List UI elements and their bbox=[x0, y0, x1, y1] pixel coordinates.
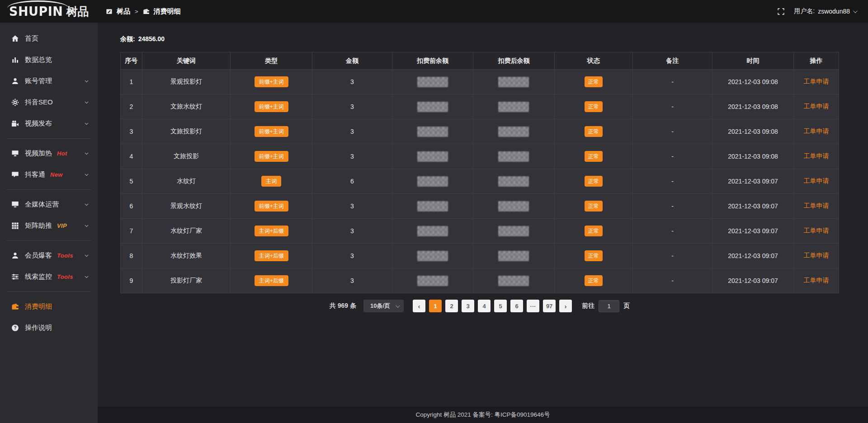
goto-label: 前往 bbox=[582, 302, 594, 310]
redacted-balance-before bbox=[417, 251, 448, 261]
sidebar-item-douyin-seo[interactable]: 抖音SEO bbox=[0, 92, 98, 113]
balance-label: 余额: bbox=[120, 35, 135, 42]
sidebar-item-matrix-boost[interactable]: 矩阵助推VIP bbox=[0, 215, 98, 236]
cell-note: - bbox=[632, 144, 712, 169]
work-order-link[interactable]: 工单申请 bbox=[803, 252, 829, 259]
cell-keyword: 文旅投影 bbox=[142, 144, 230, 169]
sidebar-item-consumption-detail[interactable]: 消费明细 bbox=[0, 296, 98, 317]
page-button-1[interactable]: 1 bbox=[429, 300, 442, 312]
sliders-icon bbox=[11, 273, 19, 281]
work-order-link[interactable]: 工单申请 bbox=[803, 152, 829, 160]
cell-time: 2021-12-03 09:08 bbox=[712, 70, 794, 94]
work-order-link[interactable]: 工单申请 bbox=[803, 277, 829, 284]
chat-icon bbox=[11, 171, 19, 179]
sidebar-item-clue-monitor[interactable]: 线索监控Tools bbox=[0, 266, 98, 287]
chevron-down-icon bbox=[84, 99, 90, 105]
redacted-balance-after bbox=[498, 226, 529, 236]
work-order-link[interactable]: 工单申请 bbox=[803, 127, 829, 135]
page-ellipsis-button[interactable]: ··· bbox=[527, 300, 539, 312]
goto-page-input[interactable] bbox=[599, 300, 619, 312]
cell-keyword: 投影灯厂家 bbox=[142, 268, 230, 293]
type-badge: 主词+后缀 bbox=[255, 275, 288, 286]
logo-text-en: SHUPIN bbox=[9, 4, 63, 19]
cell-index: 9 bbox=[121, 268, 142, 293]
work-order-link[interactable]: 工单申请 bbox=[803, 202, 829, 209]
page-size-select[interactable]: 10条/页 bbox=[363, 300, 404, 312]
redacted-balance-after bbox=[498, 127, 529, 137]
cell-time: 2021-12-03 09:08 bbox=[712, 119, 794, 144]
sidebar-item-operation-guide[interactable]: ?操作说明 bbox=[0, 317, 98, 338]
type-badge: 主词+后缀 bbox=[255, 250, 288, 261]
type-badge: 前缀+主词 bbox=[255, 76, 288, 87]
column-header: 类型 bbox=[231, 52, 312, 70]
monitor-icon bbox=[11, 201, 19, 208]
sidebar-item-label: 矩阵助推 bbox=[25, 221, 52, 230]
cell-amount: 3 bbox=[312, 94, 392, 119]
chevron-down-icon bbox=[853, 9, 858, 13]
cell-amount: 3 bbox=[312, 194, 392, 219]
svg-text:?: ? bbox=[14, 325, 16, 330]
pagination-total: 共 969 条 bbox=[330, 302, 356, 310]
chevron-down-icon bbox=[84, 172, 90, 178]
cell-keyword: 景观投影灯 bbox=[142, 70, 230, 94]
cell-note: - bbox=[632, 268, 712, 293]
cell-note: - bbox=[632, 244, 712, 268]
cell-amount: 3 bbox=[312, 144, 392, 169]
page-button-4[interactable]: 4 bbox=[478, 300, 491, 312]
type-badge: 主词+后缀 bbox=[255, 226, 288, 236]
fullscreen-icon[interactable] bbox=[777, 8, 785, 15]
sidebar-item-home[interactable]: 首页 bbox=[0, 28, 98, 49]
column-header: 操作 bbox=[793, 52, 839, 70]
cell-keyword: 景观水纹灯 bbox=[142, 194, 230, 219]
type-badge: 前缀+主词 bbox=[255, 201, 288, 212]
page-button-5[interactable]: 5 bbox=[494, 300, 507, 312]
work-order-link[interactable]: 工单申请 bbox=[803, 227, 829, 234]
page-button-97[interactable]: 97 bbox=[543, 300, 556, 312]
redacted-balance-after bbox=[498, 102, 529, 112]
chevron-down-icon bbox=[84, 150, 90, 156]
column-header: 备注 bbox=[632, 52, 712, 70]
sidebar-item-douketong[interactable]: 抖客通New bbox=[0, 164, 98, 185]
sidebar-item-video-heat[interactable]: 视频加热Hot bbox=[0, 143, 98, 164]
sidebar-item-data-overview[interactable]: 数据总览 bbox=[0, 49, 98, 70]
breadcrumb-item-home[interactable]: 树品 bbox=[117, 7, 130, 16]
cell-index: 1 bbox=[121, 70, 142, 94]
username-label: 用户名: bbox=[794, 7, 815, 15]
page-button-6[interactable]: 6 bbox=[510, 300, 523, 312]
work-order-link[interactable]: 工单申请 bbox=[803, 177, 829, 184]
footer: Copyright 树品 2021 备案号: 粤ICP备09019646号 bbox=[98, 407, 868, 423]
sidebar-item-video-publish[interactable]: 视频发布 bbox=[0, 113, 98, 134]
redacted-balance-before bbox=[417, 176, 448, 187]
sidebar-item-member-baoke[interactable]: 会员爆客Tools bbox=[0, 245, 98, 266]
redacted-balance-before bbox=[417, 102, 448, 112]
user-icon bbox=[11, 252, 19, 259]
breadcrumb-item-current: 消费明细 bbox=[154, 7, 181, 16]
sidebar-item-label: 抖客通 bbox=[25, 170, 45, 179]
prev-page-button[interactable]: ‹ bbox=[413, 300, 425, 312]
breadcrumb-separator: > bbox=[134, 8, 139, 15]
redacted-balance-after bbox=[498, 176, 529, 187]
sidebar-item-account-management[interactable]: 账号管理 bbox=[0, 70, 98, 92]
table-row: 8水纹灯效果主词+后缀3正常-2021-12-03 09:07工单申请 bbox=[121, 244, 839, 268]
sidebar-item-label: 操作说明 bbox=[25, 324, 52, 332]
topbar: SHUPIN 树品 树品 > 消费明细 用户名: zswodun88 bbox=[0, 0, 868, 23]
status-badge: 正常 bbox=[585, 250, 603, 261]
bar-chart-icon bbox=[11, 56, 19, 64]
page-button-2[interactable]: 2 bbox=[445, 300, 458, 312]
sidebar-item-all-media-operation[interactable]: 全媒体运营 bbox=[0, 194, 98, 215]
cell-time: 2021-12-03 09:08 bbox=[712, 144, 794, 169]
sidebar-item-tag: Hot bbox=[57, 150, 67, 157]
type-badge: 前缀+主词 bbox=[255, 151, 288, 162]
page-button-3[interactable]: 3 bbox=[462, 300, 474, 312]
work-order-link[interactable]: 工单申请 bbox=[803, 78, 829, 85]
column-header: 序号 bbox=[121, 52, 142, 70]
cell-keyword: 文旅投影灯 bbox=[142, 119, 230, 144]
home-icon bbox=[11, 35, 19, 42]
work-order-link[interactable]: 工单申请 bbox=[803, 103, 829, 110]
column-header: 关键词 bbox=[142, 52, 230, 70]
user-menu[interactable]: 用户名: zswodun88 bbox=[794, 7, 856, 15]
logo[interactable]: SHUPIN 树品 bbox=[0, 0, 98, 23]
column-header: 金额 bbox=[312, 52, 392, 70]
breadcrumb: 树品 > 消费明细 bbox=[106, 7, 181, 16]
next-page-button[interactable]: › bbox=[559, 300, 572, 312]
